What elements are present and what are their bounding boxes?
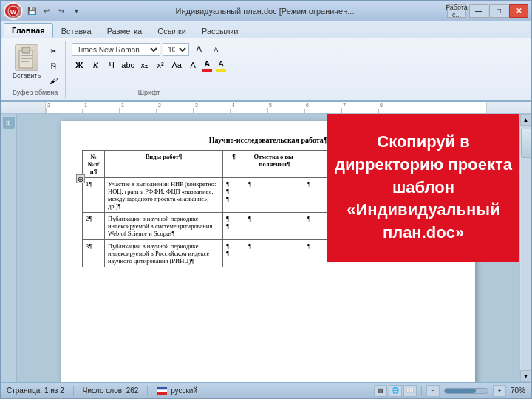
office-button[interactable]: W — [4, 2, 23, 20]
cell-desc-2: Публикации в научной периодике, индексир… — [105, 213, 223, 240]
tab-layout[interactable]: Разметка — [100, 24, 150, 38]
bold-btn[interactable]: Ж — [72, 58, 86, 72]
svg-text:4: 4 — [232, 103, 235, 108]
tab-insert[interactable]: Вставка — [54, 24, 99, 38]
paste-icon — [15, 44, 38, 71]
superscript-btn[interactable]: x² — [153, 58, 168, 72]
window-title: Индивидуальный план.doc [Режим ограничен… — [86, 7, 444, 16]
clipboard-group-content: Вставить ✂ ⎘ 🖌 — [10, 43, 61, 87]
th-num: №№п/п¶ — [83, 151, 105, 178]
cell-desc-1: Участие в выполнении НИР (конкретно: НОЦ… — [105, 178, 223, 213]
undo-btn[interactable]: ↩ — [40, 4, 53, 18]
main-area: ⊞ Скопируй в дирректорию проекта шаблон … — [1, 114, 531, 382]
main-window: W 💾 ↩ ↪ ▾ Индивидуальный план.doc [Режим… — [0, 0, 532, 399]
strikethrough-btn[interactable]: abc — [120, 58, 135, 72]
zoom-fill — [445, 389, 476, 393]
page-total: 2 — [60, 386, 64, 395]
cell-mid-2: ¶¶ — [223, 213, 245, 240]
words-count: 262 — [126, 386, 139, 395]
work-with-btn[interactable]: Работа с... — [447, 4, 466, 18]
svg-text:1: 1 — [84, 103, 87, 108]
font-size-select[interactable]: 10 — [163, 43, 189, 56]
highlight-letter: A — [218, 59, 223, 68]
subscript-btn[interactable]: x₂ — [137, 58, 151, 72]
sidebar-left: ⊞ — [1, 114, 17, 382]
quick-access-toolbar: 💾 ↩ ↪ ▾ — [25, 4, 83, 18]
svg-rect-4 — [21, 55, 32, 56]
increase-font-btn[interactable]: A — [191, 43, 206, 56]
format-painter-btn[interactable]: 🖌 — [46, 74, 61, 87]
page-label: Страница: — [7, 386, 42, 395]
svg-text:7: 7 — [343, 103, 346, 108]
cut-btn[interactable]: ✂ — [46, 44, 61, 58]
cell-mid-1: ¶¶¶ — [223, 178, 245, 213]
save-quick-btn[interactable]: 💾 — [25, 4, 38, 18]
tab-mailings[interactable]: Рассылки — [194, 24, 245, 38]
zoom-in-btn[interactable]: + — [493, 385, 506, 397]
ribbon-tabs: Главная Вставка Разметка Ссылки Рассылки — [1, 21, 531, 38]
paste-label: Вставить — [13, 72, 41, 79]
redo-btn[interactable]: ↪ — [55, 4, 68, 18]
title-bar-left: W 💾 ↩ ↪ ▾ — [4, 2, 83, 20]
svg-rect-7 — [46, 102, 486, 113]
view-normal-btn[interactable]: ▤ — [374, 385, 387, 397]
table-add-icon[interactable]: ⊕ — [76, 174, 85, 183]
scrollbar-vertical: ▲ ▼ — [519, 114, 531, 382]
svg-text:8: 8 — [380, 103, 383, 108]
font-dialog-btn[interactable]: A — [185, 58, 200, 72]
font-color-letter: A — [204, 59, 210, 68]
customize-qa-btn[interactable]: ▾ — [69, 4, 83, 18]
svg-text:5: 5 — [269, 103, 272, 108]
svg-text:6: 6 — [306, 103, 309, 108]
font-controls: Times New Roman 10 A A Ж К Ч — [72, 43, 226, 72]
svg-text:2: 2 — [47, 103, 50, 108]
font-name-select[interactable]: Times New Roman — [72, 43, 160, 56]
clear-format-btn[interactable]: Aa — [169, 58, 184, 72]
svg-text:2: 2 — [158, 103, 161, 108]
svg-rect-6 — [21, 61, 29, 62]
view-web-btn[interactable]: 🌐 — [389, 385, 402, 397]
svg-rect-3 — [22, 47, 30, 53]
zoom-out-btn[interactable]: − — [426, 385, 440, 397]
close-btn[interactable]: ✕ — [509, 4, 528, 18]
font-color-ctrl: A — [202, 59, 212, 72]
italic-btn[interactable]: К — [88, 58, 103, 72]
svg-rect-30 — [157, 392, 167, 395]
scroll-track[interactable] — [521, 126, 531, 370]
tab-references[interactable]: Ссылки — [150, 24, 194, 38]
minimize-btn[interactable]: — — [469, 4, 488, 18]
cell-num-3: 3¶ — [83, 240, 105, 267]
cell-mark-2: ¶ — [245, 213, 304, 240]
ruler: 2 1 1 2 3 4 5 6 7 — [1, 102, 531, 114]
title-bar: W 💾 ↩ ↪ ▾ Индивидуальный план.doc [Режим… — [1, 1, 531, 21]
window-controls: — □ ✕ — [469, 4, 528, 18]
highlight-swatch — [216, 69, 226, 72]
svg-rect-5 — [21, 58, 32, 59]
maximize-btn[interactable]: □ — [489, 4, 508, 18]
font-group: Times New Roman 10 A A Ж К Ч — [67, 41, 231, 98]
language-indicator: русский — [157, 386, 197, 395]
cell-num-2: 2¶ — [83, 213, 105, 240]
cell-num-1: 1¶ — [83, 178, 105, 213]
scroll-up-btn[interactable]: ▲ — [520, 114, 532, 126]
decrease-font-btn[interactable]: A — [208, 43, 223, 56]
cell-mark-1: ¶ — [245, 178, 304, 213]
cell-mid-3: ¶¶ — [223, 240, 245, 267]
scroll-down-btn[interactable]: ▼ — [520, 370, 532, 382]
status-sep-1 — [73, 386, 74, 396]
document-area: Скопируй в дирректорию проекта шаблон «И… — [17, 114, 519, 382]
copy-btn[interactable]: ⎘ — [46, 59, 61, 72]
svg-text:1: 1 — [121, 103, 124, 108]
sidebar-icon-1[interactable]: ⊞ — [3, 117, 15, 129]
scroll-thumb[interactable] — [521, 129, 531, 158]
paste-button[interactable]: Вставить — [10, 43, 44, 81]
language-text: русский — [171, 386, 197, 395]
tab-home[interactable]: Главная — [4, 23, 53, 38]
zoom-bar[interactable] — [444, 388, 488, 394]
status-bar: Страница: 1 из 2 Число слов: 262 русский… — [1, 382, 531, 398]
view-read-btn[interactable]: 📖 — [403, 385, 417, 397]
th-mark: Отметка о вы-полнении¶ — [245, 151, 304, 178]
underline-btn[interactable]: Ч — [104, 58, 119, 72]
words-label: Число слов: — [83, 386, 124, 395]
view-icons: ▤ 🌐 📖 — [374, 385, 417, 397]
